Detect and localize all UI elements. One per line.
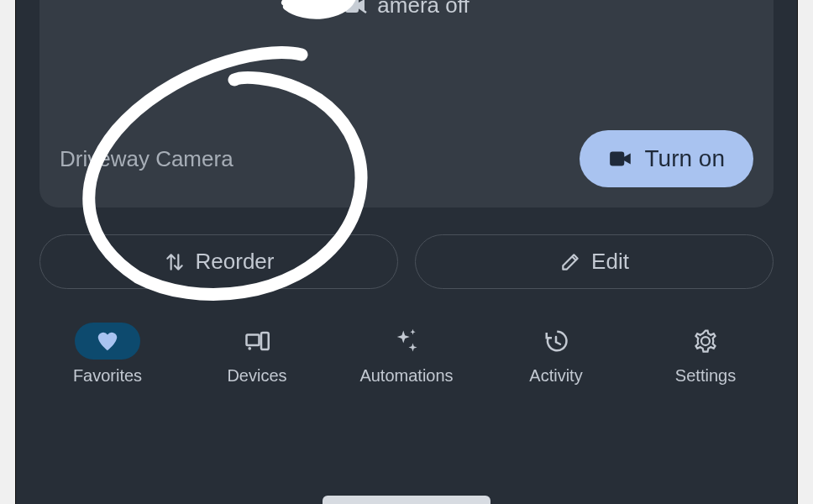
reorder-icon xyxy=(164,251,186,273)
activity-icon xyxy=(543,328,569,354)
edit-button[interactable]: Edit xyxy=(415,234,774,289)
devices-icon xyxy=(244,328,270,354)
nav-settings-label: Settings xyxy=(675,366,736,386)
phone-frame: amera off Driveway Camera Turn on Reorde… xyxy=(15,0,798,504)
bottom-nav: Favorites Devices Automations xyxy=(39,323,774,386)
nav-settings[interactable]: Settings xyxy=(641,323,770,386)
nav-devices-label: Devices xyxy=(227,366,286,386)
nav-automations-label: Automations xyxy=(359,366,453,386)
gear-icon xyxy=(693,328,718,354)
svg-rect-1 xyxy=(247,335,260,346)
reorder-label: Reorder xyxy=(196,249,275,275)
nav-favorites[interactable]: Favorites xyxy=(43,323,172,386)
reorder-button[interactable]: Reorder xyxy=(39,234,398,289)
nav-activity[interactable]: Activity xyxy=(491,323,621,386)
action-row: Reorder Edit xyxy=(39,234,774,289)
camera-icon xyxy=(608,150,633,168)
camera-off-row: amera off xyxy=(60,0,753,25)
pencil-icon xyxy=(559,251,581,273)
camera-card: amera off Driveway Camera Turn on xyxy=(39,0,774,207)
nav-activity-label: Activity xyxy=(529,366,582,386)
camera-status-text: amera off xyxy=(377,0,469,18)
turn-on-label: Turn on xyxy=(645,145,725,172)
turn-on-button[interactable]: Turn on xyxy=(580,130,753,187)
nav-devices[interactable]: Devices xyxy=(192,323,322,386)
home-indicator xyxy=(323,496,490,504)
svg-point-2 xyxy=(248,347,251,350)
sparkle-icon xyxy=(394,328,419,354)
svg-rect-3 xyxy=(261,333,269,349)
edit-label: Edit xyxy=(591,249,629,275)
camera-name-label: Driveway Camera xyxy=(60,146,233,172)
camera-off-icon xyxy=(344,0,367,13)
nav-automations[interactable]: Automations xyxy=(342,323,471,386)
nav-favorites-label: Favorites xyxy=(73,366,142,386)
heart-icon xyxy=(95,328,120,354)
